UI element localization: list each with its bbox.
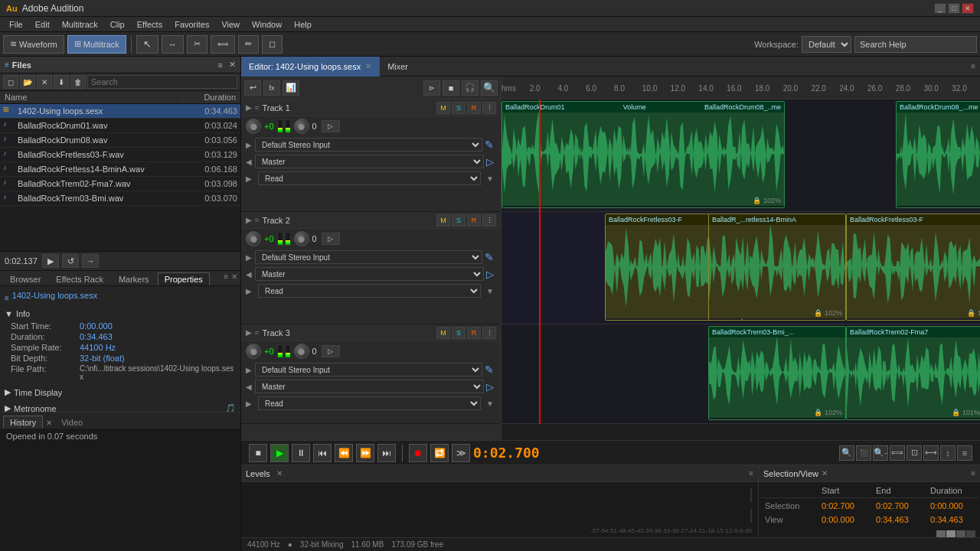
- transport-prev[interactable]: ⏮: [313, 444, 332, 462]
- menu-multitrack[interactable]: Multitrack: [56, 18, 104, 31]
- menu-file[interactable]: File: [3, 18, 29, 31]
- clip-3-2[interactable]: BalladRockTrem02-Fma7 🔒 101%: [846, 326, 980, 420]
- track-pan-knob-2[interactable]: ⬤: [294, 231, 309, 246]
- track-solo-3[interactable]: S: [452, 327, 466, 339]
- prop-section-time-header[interactable]: ▶ Time Display: [5, 387, 236, 397]
- file-item[interactable]: ⊞ 1402-Using loops.sesx 0:34.463: [0, 104, 240, 119]
- file-item[interactable]: ♪ BalladRockFretless03-F.wav 0:03.129: [0, 148, 240, 162]
- ruler-fx[interactable]: fx: [263, 80, 280, 96]
- lower-panel-close[interactable]: ✕: [231, 272, 237, 285]
- selection-tool[interactable]: ↖: [136, 35, 158, 54]
- workspace-select[interactable]: Default: [802, 36, 851, 53]
- prop-section-metronome-header[interactable]: ▶ Metronome 🎵: [5, 403, 236, 412]
- menu-favorites[interactable]: Favorites: [168, 18, 215, 31]
- menu-view[interactable]: View: [215, 18, 246, 31]
- track-solo-1[interactable]: S: [452, 102, 466, 114]
- sv-view-start[interactable]: 0:00.000: [817, 514, 870, 526]
- track-output-select-2[interactable]: Master: [255, 267, 484, 281]
- import-btn[interactable]: ⬇: [54, 75, 69, 89]
- menu-window[interactable]: Window: [246, 18, 288, 31]
- files-panel-close[interactable]: ✕: [229, 60, 236, 70]
- ruler-headphone[interactable]: 🎧: [462, 80, 479, 96]
- track-mode-dropdown-3[interactable]: ▼: [484, 399, 496, 408]
- file-col-duration-header[interactable]: Duration: [183, 91, 240, 103]
- track-more-3[interactable]: ⋮: [482, 327, 496, 339]
- zoom-sel-btn[interactable]: ⊡: [906, 445, 922, 461]
- track-mode-dropdown-2[interactable]: ▼: [484, 287, 496, 295]
- track-arm-2[interactable]: R: [467, 214, 481, 227]
- track-output-edit-2[interactable]: ▷: [484, 269, 496, 280]
- erase-tool[interactable]: ◻: [262, 35, 283, 54]
- zoom-in-btn[interactable]: 🔍: [839, 445, 854, 461]
- track-pan-knob-1[interactable]: ⬤: [294, 119, 309, 134]
- close-button[interactable]: ✕: [962, 3, 974, 14]
- ruler-toggle1[interactable]: ⊳: [423, 80, 440, 96]
- editor-panel-options[interactable]: ≡: [966, 62, 980, 70]
- track-solo-2[interactable]: S: [452, 214, 466, 227]
- clip-3-1[interactable]: BalladRockTrem03-Bmi_... 🔒 102%: [708, 326, 846, 420]
- track-mode-select-1[interactable]: Read: [258, 171, 481, 185]
- transport-play[interactable]: ▶: [270, 444, 289, 462]
- track-volume-knob-3[interactable]: ⬤: [246, 344, 261, 359]
- levels-close[interactable]: ✕: [276, 469, 283, 478]
- track-pan-knob-3[interactable]: ⬤: [294, 344, 309, 359]
- playback-to-panel-btn[interactable]: →: [82, 254, 99, 268]
- minimize-button[interactable]: _: [934, 3, 946, 14]
- menu-help[interactable]: Help: [288, 18, 318, 31]
- clip-1-3[interactable]: BalladRockDrum08_...me 🔒 104%: [896, 101, 980, 208]
- track-mode-select-3[interactable]: Read: [258, 396, 481, 410]
- toolbar-waveform[interactable]: ≋ Waveform: [3, 35, 64, 54]
- track-input-select-2[interactable]: Default Stereo Input: [255, 250, 482, 264]
- sv-options[interactable]: ≡: [971, 469, 975, 478]
- clip-1-1[interactable]: BalladRockDrum01 Volume BalladRockDrum08…: [501, 101, 785, 208]
- track-output-btn-1[interactable]: ▷: [322, 120, 340, 132]
- sv-selection-duration[interactable]: 0:00.000: [926, 500, 978, 512]
- open-file-btn[interactable]: 📂: [20, 75, 35, 89]
- zoom-out-btn[interactable]: 🔍-: [873, 445, 888, 461]
- clip-2-3[interactable]: BalladRockFretless03-F 🔒 102%: [846, 214, 980, 321]
- tab-properties[interactable]: Properties: [158, 272, 210, 285]
- file-item[interactable]: ♪ BalladRockDrum01.wav 0:03.024: [0, 119, 240, 133]
- mixer-tab[interactable]: Mixer: [380, 57, 416, 77]
- sv-selection-end[interactable]: 0:02.700: [871, 500, 924, 512]
- track-output-select-3[interactable]: Master: [255, 380, 484, 393]
- prop-section-info-header[interactable]: ▼ Info: [5, 309, 236, 318]
- track-output-select-1[interactable]: Master: [255, 155, 484, 168]
- track-expand-3[interactable]: ▶: [246, 328, 252, 337]
- history-tab[interactable]: History: [3, 416, 43, 429]
- sv-view-duration[interactable]: 0:34.463: [926, 514, 978, 526]
- ruler-return[interactable]: ↩: [244, 80, 261, 96]
- levels-options[interactable]: ≡: [749, 469, 753, 478]
- ruler-zoom-in[interactable]: 🔍: [481, 80, 498, 96]
- editor-tab[interactable]: Editor: 1402-Using loops.sesx ✕: [241, 57, 380, 77]
- track-mute-1[interactable]: M: [436, 102, 450, 114]
- file-item[interactable]: ♪ BalladRockDrum08.wav 0:03.056: [0, 133, 240, 148]
- playback-loop-btn[interactable]: ↺: [62, 254, 79, 268]
- tab-markers[interactable]: Markers: [112, 272, 156, 285]
- zoom-out-v-btn[interactable]: ↕: [940, 445, 956, 461]
- track-arm-1[interactable]: R: [467, 102, 481, 114]
- file-item[interactable]: ♪ BalladRockTrem03-Bmi.wav 0:03.070: [0, 191, 240, 206]
- track-output-btn-3[interactable]: ▷: [322, 345, 340, 357]
- new-file-btn[interactable]: ◻: [3, 75, 18, 89]
- paint-tool[interactable]: ✏: [238, 35, 259, 54]
- track-input-edit-2[interactable]: ✎: [482, 251, 496, 263]
- move-tool[interactable]: ↔: [162, 35, 184, 54]
- transport-next[interactable]: ⏭: [377, 444, 396, 462]
- transport-stop[interactable]: ■: [249, 444, 267, 462]
- track-more-1[interactable]: ⋮: [482, 102, 496, 114]
- track-volume-knob-1[interactable]: ⬤: [246, 119, 261, 134]
- track-output-btn-2[interactable]: ▷: [322, 233, 340, 245]
- sv-selection-start[interactable]: 0:02.700: [817, 500, 870, 512]
- files-panel-options[interactable]: ≡: [218, 60, 223, 70]
- transport-record[interactable]: ⏺: [409, 444, 427, 462]
- sv-close[interactable]: ✕: [822, 469, 828, 478]
- track-output-edit-1[interactable]: ▷: [484, 156, 496, 168]
- transport-rewind[interactable]: ⏪: [335, 444, 353, 462]
- toolbar-multitrack[interactable]: ⊞ Multitrack: [67, 35, 126, 54]
- editor-tab-close[interactable]: ✕: [365, 62, 371, 70]
- lower-panel-options[interactable]: ≡: [224, 272, 228, 285]
- file-item[interactable]: ♪ BalladRockTrem02-Fma7.wav 0:03.098: [0, 177, 240, 191]
- zoom-in-v-btn[interactable]: ⬛: [856, 445, 871, 461]
- maximize-button[interactable]: □: [948, 3, 960, 14]
